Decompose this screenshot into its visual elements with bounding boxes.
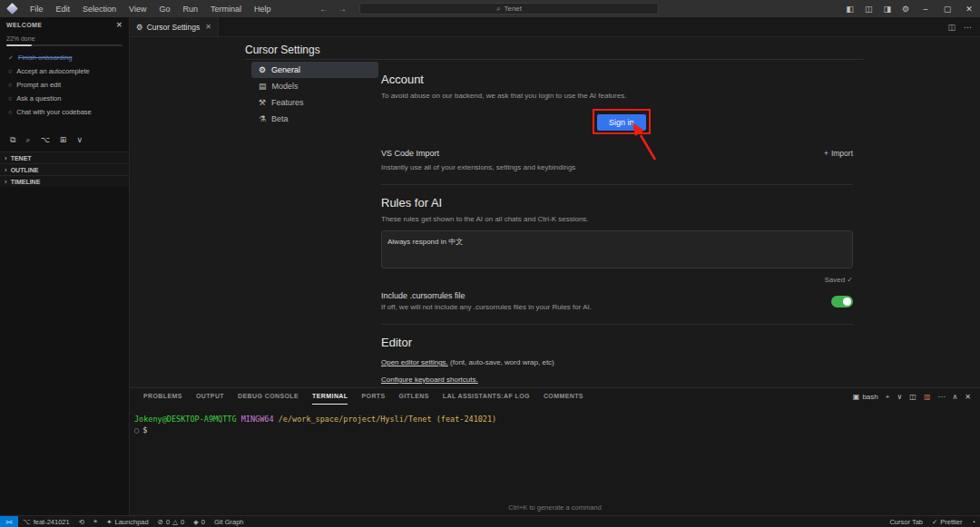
extensions-icon[interactable]: ⊞	[60, 135, 67, 145]
menu-terminal[interactable]: Terminal	[204, 0, 248, 17]
maximize-panel-icon[interactable]: ∧	[952, 393, 957, 401]
divider	[245, 59, 864, 60]
welcome-item-autocomplete[interactable]: ○ Accept an autocomplete	[0, 64, 129, 78]
source-control-icon[interactable]: ⌥	[40, 135, 49, 145]
target-indicator[interactable]: ⌖	[89, 516, 102, 527]
page-title: Cursor Settings	[245, 44, 320, 56]
panel-tab-assistants-log[interactable]: LAL ASSISTANTS:AF LOG	[443, 388, 530, 405]
chevron-down-icon[interactable]: ∨	[76, 135, 83, 145]
error-icon: ⊘	[158, 518, 163, 526]
sidebar-section-tenet[interactable]: › TENET	[0, 151, 129, 163]
sidebar-toolbar: ⧉ ⌕ ⌥ ⊞ ∨	[0, 126, 129, 151]
cursorrules-row: Include .cursorrules file If off, we wil…	[381, 291, 853, 311]
panel-tab-output[interactable]: OUTPUT	[196, 388, 224, 405]
panel-tab-terminal[interactable]: TERMINAL	[312, 388, 348, 405]
editor-tab-bar: ⚙ Cursor Settings ✕ ◫ ⋯	[130, 17, 980, 37]
notifications-item[interactable]: ◔	[966, 516, 980, 527]
cursor-logo-icon	[6, 3, 18, 15]
welcome-item-chat-codebase[interactable]: ○ Chat with your codebase	[0, 105, 129, 119]
divider	[381, 324, 853, 325]
extra-counter[interactable]: ◈ 0	[189, 516, 210, 527]
primary-sidebar: WELCOME ✕ 22% done ✓ Finish onboarding ○…	[0, 17, 130, 515]
vscode-import-description: Instantly use all of your extensions, se…	[381, 163, 575, 171]
close-panel-icon[interactable]: ✕	[965, 393, 971, 401]
panel-tab-debug-console[interactable]: DEBUG CONSOLE	[238, 388, 299, 405]
settings-content: Account To avoid abuse on our backend, w…	[381, 62, 853, 401]
menu-file[interactable]: File	[24, 0, 50, 17]
toggle-panel-icon[interactable]: ◫	[859, 5, 878, 14]
terminal-env: MINGW64	[241, 415, 274, 424]
prettier-indicator[interactable]: ✓ Prettier	[927, 516, 966, 527]
panel-more-icon[interactable]: ⋯	[937, 393, 945, 401]
status-bar: >< ⌥ feat-241021 ⟲ ⌖ ✦ Launchpad ⊘ 0 △ 0…	[0, 515, 980, 527]
configure-shortcuts-link[interactable]: Configure keyboard shortcuts.	[381, 376, 478, 384]
settings-nav-features[interactable]: ⚒ Features	[251, 94, 378, 111]
window-close-button[interactable]: ✕	[958, 0, 980, 17]
welcome-item-ask-question[interactable]: ○ Ask a question	[0, 92, 129, 105]
menu-go[interactable]: Go	[152, 0, 176, 17]
split-terminal-icon[interactable]: ◫	[909, 393, 916, 401]
welcome-item-prompt-edit[interactable]: ○ Prompt an edit	[0, 78, 129, 92]
new-terminal-icon[interactable]: +	[886, 393, 890, 401]
git-graph-item[interactable]: Git Graph	[210, 516, 249, 527]
menu-selection[interactable]: Selection	[76, 0, 122, 17]
import-button[interactable]: + Import	[824, 149, 853, 158]
search-value: Tenet	[504, 5, 522, 13]
sync-indicator[interactable]: ⟲	[74, 516, 89, 527]
remote-indicator[interactable]: ><	[0, 516, 18, 527]
rules-heading: Rules for AI	[381, 196, 853, 210]
sign-in-button[interactable]: Sign in	[597, 114, 646, 131]
history-forward-icon[interactable]: →	[338, 4, 347, 14]
terminal-ai-hint: Ctrl+K to generate a command	[130, 503, 980, 512]
settings-nav-general[interactable]: ⚙ General	[251, 62, 378, 78]
terminal-body[interactable]: Jokeny@DESKTOP-A9MQTTG MINGW64 /e/work_s…	[130, 405, 980, 435]
toggle-sidebar-icon[interactable]: ◧	[840, 5, 859, 14]
shell-selector[interactable]: ▣ bash	[853, 393, 878, 401]
circle-icon: ○	[8, 68, 12, 74]
command-center-search[interactable]: ⌕ Tenet	[359, 3, 659, 15]
menu-view[interactable]: View	[122, 0, 152, 17]
panel-tab-ports[interactable]: PORTS	[361, 388, 385, 405]
kill-terminal-icon[interactable]: ▥	[924, 393, 931, 401]
split-editor-icon[interactable]: ◫	[947, 23, 956, 32]
circle-icon: ○	[8, 95, 12, 102]
settings-gear-icon[interactable]: ⚙	[897, 5, 915, 14]
terminal-input-line: ○$	[134, 425, 980, 435]
welcome-close-icon[interactable]: ✕	[116, 21, 122, 29]
panel-tab-bar: PROBLEMS OUTPUT DEBUG CONSOLE TERMINAL P…	[130, 388, 980, 405]
settings-nav-beta[interactable]: ⚗ Beta	[251, 111, 378, 127]
tab-cursor-settings[interactable]: ⚙ Cursor Settings ✕	[130, 17, 219, 36]
divider	[381, 184, 853, 185]
rules-textarea[interactable]: Always respond in 中文	[381, 230, 853, 268]
history-back-icon[interactable]: ←	[319, 4, 328, 14]
panel-tab-comments[interactable]: COMMENTS	[544, 388, 583, 405]
window-minimize-button[interactable]: –	[915, 0, 936, 17]
terminal-user-host: Jokeny@DESKTOP-A9MQTTG	[134, 415, 237, 424]
tab-close-icon[interactable]: ✕	[205, 23, 211, 31]
cursor-tab-indicator[interactable]: Cursor Tab	[885, 516, 927, 527]
open-editor-settings-link[interactable]: Open editor settings.	[381, 358, 448, 366]
sidebar-section-timeline[interactable]: › TIMELINE	[0, 175, 129, 187]
settings-nav-models[interactable]: ▤ Models	[251, 78, 378, 94]
files-icon[interactable]: ⧉	[10, 135, 15, 145]
branch-indicator[interactable]: ⌥ feat-241021	[18, 516, 74, 527]
cursorrules-toggle[interactable]	[831, 296, 853, 307]
launchpad-item[interactable]: ✦ Launchpad	[102, 516, 152, 527]
sidebar-section-outline[interactable]: › OUTLINE	[0, 163, 129, 175]
menu-run[interactable]: Run	[176, 0, 204, 17]
panel-tab-gitlens[interactable]: GITLENS	[399, 388, 429, 405]
search-icon[interactable]: ⌕	[25, 135, 30, 145]
gear-icon: ⚙	[259, 65, 266, 74]
cursorrules-description: If off, we will not include any .cursorr…	[381, 303, 592, 311]
toggle-secondary-sidebar-icon[interactable]: ◨	[877, 5, 897, 14]
more-actions-icon[interactable]: ⋯	[964, 23, 972, 32]
rocket-icon: ✦	[106, 518, 112, 526]
window-maximize-button[interactable]: ▢	[936, 0, 958, 17]
menu-help[interactable]: Help	[248, 0, 278, 17]
problems-indicator[interactable]: ⊘ 0 △ 0	[153, 516, 189, 527]
welcome-item-finish-onboarding[interactable]: ✓ Finish onboarding	[0, 51, 129, 64]
saved-status: Saved ✓	[381, 276, 853, 284]
panel-tab-problems[interactable]: PROBLEMS	[143, 388, 182, 405]
menu-edit[interactable]: Edit	[50, 0, 77, 17]
terminal-dropdown-icon[interactable]: ∨	[897, 393, 902, 401]
